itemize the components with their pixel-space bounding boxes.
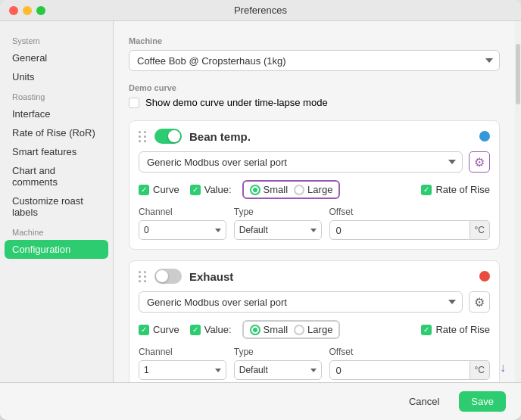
bean-temp-small-radio-btn[interactable] [250,185,260,195]
exhaust-value-checkbox[interactable]: ✓ [190,325,201,335]
sidebar-section-machine: Machine [0,222,113,240]
bean-temp-offset-label: Offset [329,207,490,217]
exhaust-large-radio-btn[interactable] [294,325,304,335]
bean-temp-value-checkbox-label[interactable]: ✓ Value: [190,184,232,195]
exhaust-curve-checkbox-label[interactable]: ✓ Curve [139,324,179,335]
bean-temp-offset-unit: °C [470,220,490,240]
exhaust-large-label: Large [307,324,332,335]
demo-curve-text: Show demo curve under time-lapse mode [145,97,328,108]
exhaust-settings-gear[interactable]: ⚙ [469,291,490,313]
exhaust-offset-unit: °C [470,360,490,380]
exhaust-drag-handle[interactable] [139,271,147,282]
bean-temp-channel: → Bean temp. Generic Modbus [129,120,500,250]
machine-section-label: Machine [129,36,500,45]
bean-temp-offset-input[interactable] [329,220,470,240]
sidebar: System General Units Roasting Interface … [0,21,114,382]
bean-temp-channel-select[interactable]: 0 [139,220,226,240]
sidebar-item-chart[interactable]: Chart and comments [0,161,113,191]
bean-temp-options-row: ✓ Curve ✓ Value: Small [139,180,490,199]
demo-curve-label: Demo curve [129,83,500,92]
exhaust-offset-field: Offset °C [329,347,490,380]
sidebar-item-ror[interactable]: Rate of Rise (RoR) [0,123,113,142]
demo-curve-section: Demo curve Show demo curve under time-la… [129,83,500,108]
exhaust-type-label: Type [234,347,322,357]
sidebar-section-system: System [0,30,113,48]
exhaust-curve-checkbox[interactable]: ✓ [139,325,149,335]
machine-dropdown-row: Coffee Bob @ Cropsterhaus (1kg) [129,50,500,71]
bean-temp-channel-input-row: 0 [139,220,226,240]
bean-temp-title: Bean temp. [189,130,251,143]
exhaust-cct-row: Channel 1 Type Default [139,347,490,380]
exhaust-port-dropdown[interactable]: Generic Modbus over serial port [139,291,463,313]
exhaust-channel: Exhaust Generic Modbus over serial port … [129,260,500,382]
exhaust-offset-label: Offset [329,347,490,357]
exhaust-options-row: ✓ Curve ✓ Value: Small [139,320,490,339]
bean-temp-cct-row: Channel 0 Type Default [139,207,490,240]
machine-dropdown[interactable]: Coffee Bob @ Cropsterhaus (1kg) [129,50,500,71]
bean-temp-large-radio[interactable]: Large [294,184,332,195]
exhaust-toggle[interactable] [154,269,182,284]
scrollbar-track[interactable] [515,21,521,382]
traffic-lights [9,6,45,15]
bean-temp-value-label: Value: [204,184,232,195]
bean-temp-toggle[interactable] [154,129,182,144]
sidebar-item-interface[interactable]: Interface [0,104,113,123]
bean-temp-color [479,131,490,142]
exhaust-toggle-knob [156,270,168,282]
main-content: Machine Coffee Bob @ Cropsterhaus (1kg) … [114,21,515,382]
exhaust-small-radio[interactable]: Small [250,324,289,335]
maximize-button[interactable] [36,6,45,15]
content-area: System General Units Roasting Interface … [0,21,521,382]
bean-temp-offset-field: Offset °C [329,207,490,240]
bean-temp-type-select[interactable]: Default [234,220,322,240]
bean-temp-port-row: Generic Modbus over serial port ⚙ [139,151,490,173]
demo-curve-checkbox-row[interactable]: Show demo curve under time-lapse mode [129,97,500,108]
exhaust-header: Exhaust [129,261,499,291]
footer: Cancel Save [0,382,521,420]
bean-temp-curve-checkbox-label[interactable]: ✓ Curve [139,184,179,195]
exhaust-offset-input-row: °C [329,360,490,380]
bean-temp-channel-label: Channel [139,207,226,217]
demo-curve-checkbox[interactable] [129,98,139,108]
exhaust-channel-select[interactable]: 1 [139,360,226,380]
sidebar-item-smart-features[interactable]: Smart features [0,142,113,161]
exhaust-offset-input[interactable] [329,360,470,380]
bean-temp-ror-checkbox[interactable]: ✓ [421,185,432,195]
window-title: Preferences [234,5,287,16]
bean-temp-value-checkbox[interactable]: ✓ [190,185,201,195]
scroll-down-arrow: ↓ [500,361,506,375]
cancel-button[interactable]: Cancel [397,391,451,412]
sidebar-item-general[interactable]: General [0,48,113,67]
bean-temp-large-label: Large [307,184,332,195]
close-button[interactable] [9,6,18,15]
bean-temp-arrow: → [129,128,133,145]
bean-temp-port-dropdown[interactable]: Generic Modbus over serial port [139,151,463,173]
exhaust-type-field: Type Default [234,347,322,380]
bean-temp-toggle-knob [168,130,180,142]
sidebar-item-units[interactable]: Units [0,67,113,86]
scrollbar-thumb[interactable] [516,44,520,104]
exhaust-curve-label: Curve [153,324,179,335]
exhaust-size-radio-group: Small Large [242,320,341,339]
sidebar-section-roasting: Roasting [0,86,113,104]
bean-temp-small-label: Small [264,184,289,195]
bean-temp-curve-checkbox[interactable]: ✓ [139,185,149,195]
bean-temp-channel-field: Channel 0 [139,207,226,240]
exhaust-small-radio-btn[interactable] [250,325,260,335]
preferences-window: Preferences System General Units Roastin… [0,0,521,420]
sidebar-item-configuration[interactable]: Configuration [5,240,108,259]
sidebar-item-customize[interactable]: Customize roast labels [0,191,113,222]
bean-temp-settings-gear[interactable]: ⚙ [469,151,490,173]
bean-temp-drag-handle[interactable] [139,131,147,142]
exhaust-value-label: Value: [204,324,232,335]
minimize-button[interactable] [23,6,32,15]
exhaust-type-input-row: Default [234,360,322,380]
bean-temp-small-radio[interactable]: Small [250,184,289,195]
exhaust-large-radio[interactable]: Large [294,324,332,335]
bean-temp-offset-input-row: °C [329,220,490,240]
save-button[interactable]: Save [459,391,506,412]
exhaust-value-checkbox-label[interactable]: ✓ Value: [190,324,232,335]
bean-temp-large-radio-btn[interactable] [294,185,304,195]
exhaust-ror-checkbox[interactable]: ✓ [421,325,432,335]
exhaust-type-select[interactable]: Default [234,360,322,380]
